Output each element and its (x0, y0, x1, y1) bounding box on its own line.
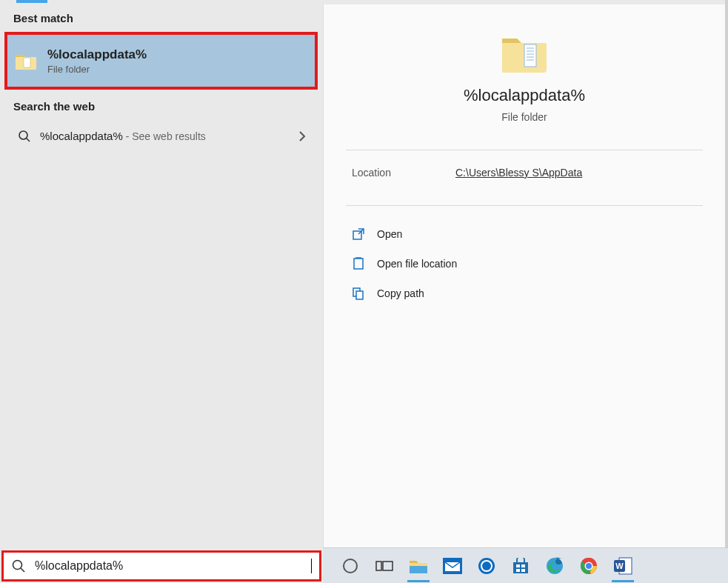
divider (346, 150, 703, 150)
word-icon[interactable]: W (606, 548, 640, 583)
svg-text:W: W (615, 562, 624, 570)
svg-point-22 (482, 562, 491, 570)
search-box[interactable] (1, 550, 321, 582)
windows-search-panel: Best match %localappdata% File folder Se… (0, 0, 728, 583)
store-icon[interactable] (504, 548, 538, 583)
taskbar: W (323, 547, 728, 583)
location-label: Location (352, 167, 455, 179)
svg-rect-26 (516, 569, 520, 572)
copy-path-action[interactable]: Copy path (352, 279, 703, 308)
preview-title: %localappdata% (324, 86, 725, 105)
svg-rect-17 (383, 562, 393, 570)
open-file-location-label: Open file location (377, 258, 457, 270)
svg-line-2 (27, 139, 30, 141)
open-icon (352, 227, 365, 241)
divider (346, 205, 703, 206)
svg-rect-0 (24, 58, 30, 67)
web-result-suffix: - See web results (123, 130, 206, 142)
chrome-icon[interactable] (572, 548, 606, 583)
svg-point-15 (344, 559, 357, 573)
search-results-panel: Best match %localappdata% File folder Se… (0, 4, 322, 548)
search-web-header: Search the web (0, 93, 322, 117)
search-icon (11, 559, 26, 573)
preview-subtitle: File folder (324, 111, 725, 123)
task-view-icon[interactable] (367, 548, 401, 583)
window-right-edge (725, 0, 728, 583)
svg-rect-10 (354, 259, 363, 269)
web-search-result[interactable]: %localappdata% - See web results (4, 120, 318, 153)
folder-location-icon (352, 257, 365, 270)
best-match-header: Best match (0, 4, 322, 29)
svg-point-31 (586, 563, 592, 569)
best-match-subtitle: File folder (47, 64, 147, 75)
location-row: Location C:\Users\Blessy S\AppData (352, 167, 703, 179)
cortana-circle-icon[interactable] (333, 548, 367, 583)
folder-icon (15, 52, 37, 70)
chevron-right-icon (298, 131, 306, 141)
mail-icon[interactable] (435, 548, 470, 583)
location-path-link[interactable]: C:\Users\Blessy S\AppData (455, 167, 582, 179)
preview-header: %localappdata% File folder (324, 4, 725, 123)
svg-point-13 (13, 561, 22, 570)
dell-icon[interactable] (470, 548, 504, 583)
search-icon (18, 130, 31, 143)
svg-point-1 (19, 131, 27, 139)
svg-rect-25 (521, 564, 525, 567)
web-result-title: %localappdata% (40, 130, 123, 142)
copy-path-label: Copy path (377, 287, 424, 299)
svg-rect-18 (410, 566, 427, 573)
open-file-location-action[interactable]: Open file location (352, 249, 703, 279)
top-tab-accent (16, 0, 47, 3)
best-match-text: %localappdata% File folder (47, 47, 147, 75)
actions-list: Open Open file location Copy path (352, 219, 703, 308)
svg-rect-24 (516, 564, 520, 567)
svg-line-14 (21, 568, 24, 572)
edge-icon[interactable] (538, 548, 572, 583)
best-match-result[interactable]: %localappdata% File folder (4, 32, 318, 90)
open-action[interactable]: Open (352, 219, 703, 249)
copy-icon (352, 287, 365, 300)
text-caret (311, 559, 312, 573)
folder-icon (501, 33, 548, 73)
svg-rect-27 (521, 569, 525, 572)
svg-rect-23 (513, 562, 528, 573)
open-action-label: Open (377, 228, 402, 240)
svg-rect-12 (356, 291, 363, 299)
preview-panel: %localappdata% File folder Location C:\U… (323, 4, 725, 548)
svg-rect-16 (376, 562, 381, 570)
best-match-title: %localappdata% (47, 47, 147, 62)
file-explorer-icon[interactable] (401, 548, 435, 583)
search-input[interactable] (33, 559, 311, 573)
